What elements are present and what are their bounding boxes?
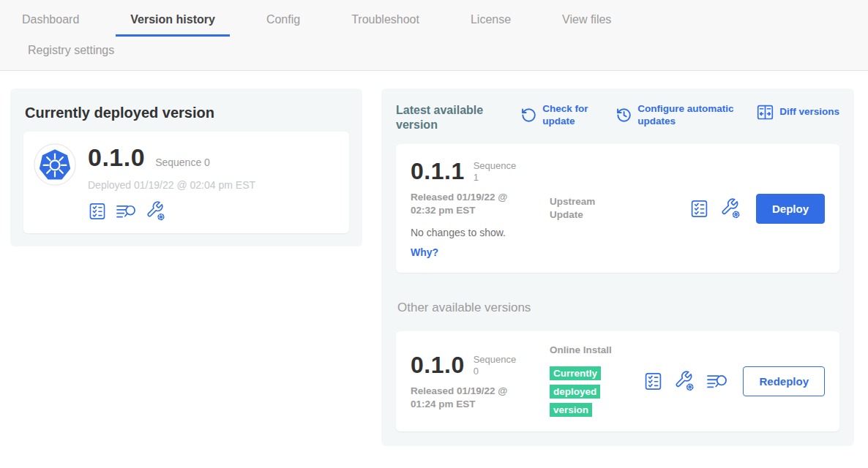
other-released-timestamp: Released 01/19/22 @ 01:24 pm EST: [411, 385, 528, 411]
deployed-version-card: 0.1.0 Sequence 0 Deployed 01/19/22 @ 02:…: [23, 132, 349, 233]
tab-dashboard[interactable]: Dashboard: [7, 9, 94, 37]
check-for-update-link[interactable]: Check for update: [520, 103, 594, 128]
other-version-number: 0.1.0: [411, 352, 465, 379]
currently-deployed-panel: Currently deployed version 0.1.0 Sequenc…: [10, 88, 362, 246]
latest-source-label: Upstream Update: [550, 195, 623, 222]
deploy-logs-icon[interactable]: [706, 371, 728, 391]
diff-versions-icon: [756, 103, 774, 121]
available-versions-panel: Latest available version Check for updat…: [381, 88, 854, 446]
available-versions-header: Latest available version Check for updat…: [396, 103, 839, 132]
redeploy-button[interactable]: Redeploy: [743, 366, 825, 396]
currently-deployed-badge: Currently deployed version: [550, 366, 601, 417]
latest-released-timestamp: Released 01/19/22 @ 02:32 pm EST: [411, 191, 528, 217]
why-link[interactable]: Why?: [411, 246, 438, 258]
deployed-version-number: 0.1.0: [88, 143, 145, 172]
latest-version-card: 0.1.1 Sequence 1 Released 01/19/22 @ 02:…: [396, 144, 839, 273]
nav-row-secondary: Registry settings: [7, 37, 868, 70]
tab-view-files[interactable]: View files: [547, 9, 626, 37]
currently-deployed-title: Currently deployed version: [25, 105, 349, 121]
preflight-checks-icon[interactable]: [643, 371, 663, 391]
check-update-icon: [520, 107, 537, 124]
deployed-version-details: 0.1.0 Sequence 0 Deployed 01/19/22 @ 02:…: [88, 143, 255, 222]
no-changes-text: No changes to show.: [411, 227, 550, 238]
edit-config-icon[interactable]: [674, 371, 695, 392]
latest-available-title: Latest available version: [396, 103, 493, 132]
tab-troubleshoot[interactable]: Troubleshoot: [337, 9, 434, 37]
other-sequence-label: Sequence 0: [474, 354, 520, 378]
edit-config-icon[interactable]: [146, 201, 166, 222]
kubernetes-app-icon: [34, 143, 76, 186]
deploy-logs-icon[interactable]: [116, 202, 137, 221]
main-nav: Dashboard Version history Config Trouble…: [0, 0, 868, 71]
other-version-card: 0.1.0 Sequence 0 Released 01/19/22 @ 01:…: [396, 331, 839, 431]
preflight-checks-icon[interactable]: [88, 202, 107, 221]
other-available-versions-title: Other available versions: [397, 301, 839, 315]
nav-row-primary: Dashboard Version history Config Trouble…: [7, 9, 868, 37]
tab-config[interactable]: Config: [252, 9, 315, 37]
latest-version-number: 0.1.1: [411, 158, 465, 185]
tab-license[interactable]: License: [456, 9, 525, 37]
other-source-label: Online Install: [550, 344, 623, 357]
deployed-timestamp: Deployed 01/19/22 @ 02:04 pm EST: [88, 179, 255, 191]
version-history-page: Currently deployed version 0.1.0 Sequenc…: [0, 71, 868, 464]
latest-sequence-label: Sequence 1: [474, 160, 520, 184]
auto-update-icon: [616, 107, 632, 124]
deployed-sequence-label: Sequence 0: [155, 156, 210, 168]
tab-registry-settings[interactable]: Registry settings: [13, 38, 129, 69]
edit-config-icon[interactable]: [720, 198, 741, 219]
configure-automatic-updates-link[interactable]: Configure automatic updates: [616, 103, 734, 128]
other-source-column: Online Install Currently deployed versio…: [550, 344, 623, 419]
preflight-checks-icon[interactable]: [689, 199, 709, 219]
tab-version-history[interactable]: Version history: [116, 9, 230, 37]
diff-versions-link[interactable]: Diff versions: [756, 103, 839, 121]
deploy-button[interactable]: Deploy: [756, 194, 825, 224]
